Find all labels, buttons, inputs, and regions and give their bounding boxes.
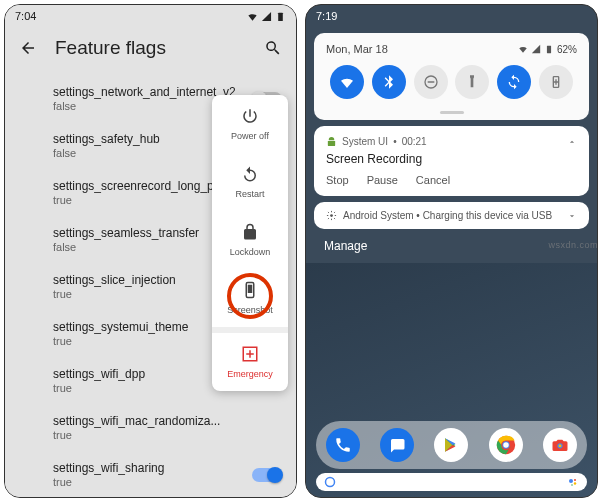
watermark: wsxdn.com xyxy=(548,240,598,250)
svg-point-15 xyxy=(569,479,573,483)
qs-autorotate-tile[interactable] xyxy=(497,65,531,99)
screenshot-button[interactable]: Screenshot xyxy=(212,269,288,327)
restart-icon xyxy=(241,165,259,183)
qs-wifi-tile[interactable] xyxy=(330,65,364,99)
notification-shade[interactable]: Mon, Mar 18 62% xyxy=(306,27,597,120)
lock-icon xyxy=(241,223,259,241)
svg-point-16 xyxy=(574,479,576,481)
notif-actions: Stop Pause Cancel xyxy=(326,174,577,186)
back-icon[interactable] xyxy=(19,39,37,57)
qs-dnd-tile[interactable] xyxy=(414,65,448,99)
phone-app-icon[interactable] xyxy=(326,428,360,462)
qs-header: Mon, Mar 18 62% xyxy=(326,43,577,55)
svg-point-8 xyxy=(330,214,333,217)
svg-rect-4 xyxy=(547,46,551,54)
quick-settings-panel: Mon, Mar 18 62% xyxy=(314,33,589,120)
qs-flashlight-tile[interactable] xyxy=(455,65,489,99)
signal-icon xyxy=(261,11,272,22)
notif-app: System UI xyxy=(342,136,388,147)
phone-left-feature-flags: 7:04 Feature flags settings_network_and_… xyxy=(4,4,297,498)
gear-icon xyxy=(326,210,337,221)
assistant-icon[interactable] xyxy=(567,476,579,488)
cancel-button[interactable]: Cancel xyxy=(416,174,450,186)
annotation-highlight xyxy=(227,273,273,319)
emergency-icon xyxy=(241,345,259,363)
status-bar: 7:04 xyxy=(5,5,296,27)
wifi-icon xyxy=(518,44,528,54)
power-icon xyxy=(241,107,259,125)
expand-handle[interactable] xyxy=(440,111,464,114)
play-store-app-icon[interactable] xyxy=(434,428,468,462)
restart-button[interactable]: Restart xyxy=(212,153,288,211)
svg-rect-0 xyxy=(278,12,283,20)
svg-point-14 xyxy=(326,478,335,487)
svg-point-17 xyxy=(574,482,577,485)
home-screen xyxy=(306,263,597,497)
date-label: Mon, Mar 18 xyxy=(326,43,388,55)
qs-bluetooth-tile[interactable] xyxy=(372,65,406,99)
page-title: Feature flags xyxy=(55,37,246,59)
emergency-button[interactable]: Emergency xyxy=(212,333,288,391)
battery-icon xyxy=(275,11,286,22)
chevron-up-icon[interactable] xyxy=(567,137,577,147)
notification-screen-recording[interactable]: System UI • 00:21 Screen Recording Stop … xyxy=(314,126,589,196)
qs-tiles-row xyxy=(326,65,577,107)
wifi-icon xyxy=(247,11,258,22)
battery-icon xyxy=(544,44,554,54)
messages-app-icon[interactable] xyxy=(380,428,414,462)
notif-time: 00:21 xyxy=(402,136,427,147)
power-off-button[interactable]: Power off xyxy=(212,95,288,153)
status-time: 7:04 xyxy=(15,10,36,22)
notification-charging[interactable]: Android System • Charging this device vi… xyxy=(314,202,589,229)
lockdown-button[interactable]: Lockdown xyxy=(212,211,288,269)
svg-point-18 xyxy=(571,484,573,486)
dock xyxy=(316,421,587,469)
flag-row[interactable]: settings_wifi_sharingtrue xyxy=(53,451,296,497)
app-bar: Feature flags xyxy=(5,27,296,75)
camera-app-icon[interactable] xyxy=(543,428,577,462)
chrome-app-icon[interactable] xyxy=(489,428,523,462)
notif-text: Android System • Charging this device vi… xyxy=(343,210,552,221)
stop-button[interactable]: Stop xyxy=(326,174,349,186)
phone-right-notification-shade: 7:19 Mon, Mar 18 62% xyxy=(305,4,598,498)
toggle-switch[interactable] xyxy=(252,468,282,482)
flag-row[interactable]: settings_wifi_mac_randomiza...true xyxy=(53,404,296,451)
power-menu: Power off Restart Lockdown Screenshot Em… xyxy=(212,95,288,391)
status-bar: 7:19 xyxy=(306,5,597,27)
qs-battery-saver-tile[interactable] xyxy=(539,65,573,99)
chevron-down-icon[interactable] xyxy=(567,211,577,221)
signal-icon xyxy=(531,44,541,54)
notif-title: Screen Recording xyxy=(326,152,577,166)
status-icons xyxy=(247,11,286,22)
search-pill[interactable] xyxy=(316,473,587,491)
status-time: 7:19 xyxy=(316,10,337,22)
battery-percent: 62% xyxy=(557,44,577,55)
android-icon xyxy=(326,136,337,147)
svg-point-13 xyxy=(558,444,561,447)
google-icon xyxy=(324,476,336,488)
svg-point-11 xyxy=(503,442,509,448)
qs-status-icons: 62% xyxy=(518,44,577,55)
pause-button[interactable]: Pause xyxy=(367,174,398,186)
search-icon[interactable] xyxy=(264,39,282,57)
